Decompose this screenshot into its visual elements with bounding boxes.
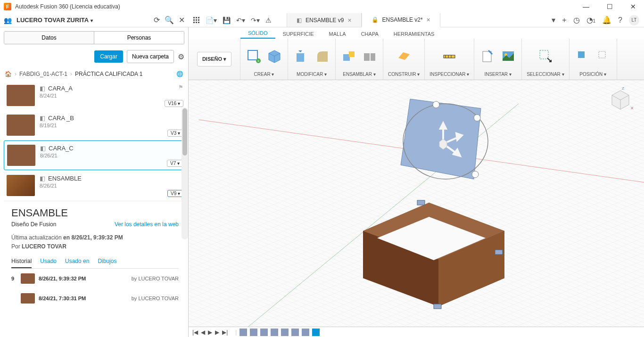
- undo-icon[interactable]: ↶▾: [236, 16, 245, 24]
- svg-point-30: [472, 171, 479, 178]
- file-thumbnail: [7, 115, 35, 136]
- new-folder-button[interactable]: Nueva carpeta: [127, 50, 174, 63]
- ribbon-tab-sheet[interactable]: CHAPA: [354, 29, 386, 39]
- history-row[interactable]: 9 8/26/21, 9:39:32 PM by LUCERO TOVAR: [11, 269, 179, 288]
- upload-button[interactable]: Cargar: [94, 50, 123, 63]
- timeline-feature-icon[interactable]: [250, 329, 257, 336]
- tab-data[interactable]: Datos: [4, 32, 94, 44]
- ribbon-group-position: POSICIÓN ▾: [570, 39, 617, 80]
- timeline-play-icon[interactable]: ▶: [208, 329, 212, 336]
- breadcrumb-parent[interactable]: FABDIG_01-ACT-1: [19, 71, 67, 77]
- measure-icon[interactable]: [441, 48, 458, 65]
- press-pull-icon[interactable]: [293, 48, 310, 65]
- minimize-button[interactable]: —: [579, 3, 593, 10]
- as-built-joint-icon[interactable]: [361, 48, 378, 65]
- tab-drawings[interactable]: Dibujos: [98, 258, 116, 268]
- svg-rect-16: [578, 51, 585, 58]
- ribbon-tab-tools[interactable]: HERRAMIENTAS: [386, 29, 442, 39]
- sketch-icon[interactable]: +: [245, 48, 262, 65]
- tab-people[interactable]: Personas: [94, 32, 184, 44]
- timeline-feature-icon[interactable]: [271, 329, 278, 336]
- refresh-icon[interactable]: ⟳: [154, 16, 160, 25]
- team-icon: 👥: [4, 16, 12, 24]
- collapse-panel-icon[interactable]: ✕: [179, 16, 185, 25]
- file-date: 8/26/21: [40, 153, 183, 158]
- job-status-icon[interactable]: ◔1: [586, 16, 596, 25]
- home-icon[interactable]: 🏠: [5, 71, 12, 77]
- tab-label: ENSAMBLE v2*: [382, 16, 423, 23]
- tab-history[interactable]: Historial: [11, 258, 32, 268]
- timeline-feature-icon[interactable]: [239, 329, 247, 336]
- insert-derive-icon[interactable]: [479, 48, 496, 65]
- history-thumbnail: [21, 273, 35, 284]
- box-icon[interactable]: [266, 48, 283, 65]
- fillet-icon[interactable]: [314, 48, 330, 65]
- position-revert-icon[interactable]: [595, 48, 612, 65]
- file-item[interactable]: ◧CARA_A 8/24/21 ⚑ V16 ▾: [4, 81, 186, 110]
- tab-close-icon[interactable]: ×: [427, 16, 430, 24]
- component-icon: ◧: [40, 85, 45, 92]
- timeline-feature-icon[interactable]: [302, 329, 309, 336]
- help-icon[interactable]: ?: [618, 16, 622, 25]
- plane-icon[interactable]: [396, 48, 413, 65]
- tab-menu-icon[interactable]: ▾: [552, 16, 555, 25]
- document-tabs: ◧ ENSAMBLE v9 × 🔒 ENSAMBLE v2* ×: [287, 13, 440, 27]
- insert-decal-icon[interactable]: [500, 48, 517, 65]
- tab-ensamble-v9[interactable]: ◧ ENSAMBLE v9 ×: [287, 13, 362, 27]
- timeline-feature-icon[interactable]: [291, 329, 299, 336]
- web-icon[interactable]: 🌐: [176, 71, 183, 77]
- view-cube[interactable]: Z X: [606, 85, 635, 113]
- redo-icon[interactable]: ↷▾: [251, 16, 260, 24]
- modeling-area: SÓLIDO SUPERFICIE MALLA CHAPA HERRAMIENT…: [189, 27, 644, 337]
- chevron-right-icon: ›: [15, 71, 17, 77]
- timeline-start-icon[interactable]: |◀: [192, 329, 198, 336]
- version-dropdown[interactable]: V16 ▾: [165, 100, 183, 107]
- warning-icon[interactable]: ⚠: [265, 16, 272, 24]
- file-item[interactable]: ◧CARA_C 8/26/21 V7 ▾: [4, 140, 186, 170]
- team-dropdown[interactable]: LUCERO TOVAR ZURITA▾: [17, 16, 93, 24]
- version-dropdown[interactable]: V3 ▾: [167, 130, 183, 137]
- tab-ensamble-v2[interactable]: 🔒 ENSAMBLE v2* ×: [362, 13, 440, 27]
- version-dropdown[interactable]: V9 ▾: [167, 190, 183, 197]
- detail-subtitle: Diseño De Fusion: [11, 221, 56, 228]
- app-logo-icon: F: [4, 3, 11, 10]
- select-icon[interactable]: [537, 48, 554, 65]
- gear-icon[interactable]: ⚙: [178, 52, 184, 61]
- workspace-switcher[interactable]: DISEÑO ▾: [189, 39, 240, 80]
- timeline-fwd-icon[interactable]: ▶: [215, 329, 219, 336]
- file-item[interactable]: ◧CARA _B 8/19/21 V3 ▾: [4, 111, 186, 140]
- close-button[interactable]: ✕: [626, 3, 640, 10]
- avatar[interactable]: LT: [629, 15, 639, 25]
- ribbon-tab-solid[interactable]: SÓLIDO: [240, 28, 275, 39]
- file-item[interactable]: ◧ENSAMBLE 8/26/21 V9 ▾: [4, 171, 186, 200]
- new-tab-icon[interactable]: +: [562, 16, 566, 25]
- timeline-end-icon[interactable]: ▶|: [222, 329, 228, 336]
- save-icon[interactable]: 💾: [223, 16, 231, 24]
- timeline-back-icon[interactable]: ◀: [201, 329, 205, 336]
- scrollbar[interactable]: [182, 107, 188, 239]
- maximize-button[interactable]: ☐: [603, 3, 617, 10]
- timeline-feature-icon[interactable]: [260, 329, 268, 336]
- version-dropdown[interactable]: V7 ▾: [167, 160, 183, 167]
- position-capture-icon[interactable]: [574, 48, 591, 65]
- file-menu-icon[interactable]: 📄▾: [206, 16, 217, 24]
- job-count: 1: [593, 18, 596, 24]
- notifications-icon[interactable]: 🔔: [602, 16, 611, 25]
- ribbon-tab-mesh[interactable]: MALLA: [322, 29, 354, 39]
- viewport[interactable]: Z X: [189, 80, 644, 327]
- view-on-web-link[interactable]: Ver los detalles en la web: [115, 221, 179, 228]
- tab-label: ENSAMBLE v9: [305, 17, 344, 24]
- timeline-feature-icon[interactable]: [281, 329, 289, 336]
- joint-icon[interactable]: [340, 48, 357, 65]
- data-panel-icon[interactable]: [193, 17, 200, 24]
- ribbon-tab-surface[interactable]: SUPERFICIE: [275, 29, 322, 39]
- timeline-marker-icon[interactable]: [312, 329, 320, 336]
- svg-rect-21: [417, 200, 425, 205]
- tab-used[interactable]: Usado: [40, 258, 57, 268]
- search-icon[interactable]: 🔍: [165, 16, 174, 25]
- history-row[interactable]: 8/24/21, 7:30:31 PM by LUCERO TOVAR: [11, 288, 179, 308]
- extensions-icon[interactable]: ◷: [573, 16, 580, 25]
- svg-rect-3: [297, 53, 304, 62]
- tab-used-in[interactable]: Usado en: [65, 258, 89, 268]
- tab-close-icon[interactable]: ×: [347, 16, 351, 24]
